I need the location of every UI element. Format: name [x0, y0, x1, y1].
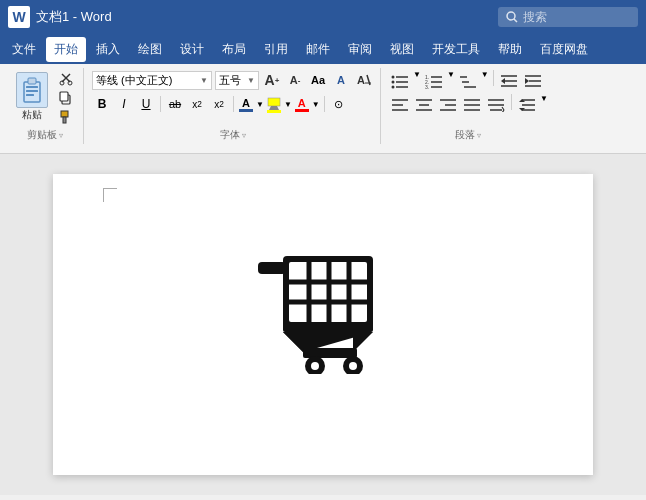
para-row-2: ▼: [389, 94, 548, 116]
svg-point-79: [311, 362, 319, 370]
text-color-bar: [295, 109, 309, 112]
strikethrough-button[interactable]: ab: [165, 94, 185, 114]
font-row-1: 等线 (中文正文) ▼ 五号 ▼ A+ A- Aa A A: [92, 70, 374, 90]
cut-button[interactable]: [55, 70, 77, 88]
svg-rect-65: [258, 262, 286, 274]
multilevel-list-arrow[interactable]: ▼: [481, 70, 489, 92]
app-title: 文档1 - Word: [36, 8, 112, 26]
menu-item-insert[interactable]: 插入: [88, 37, 128, 62]
svg-marker-38: [501, 78, 505, 84]
menu-item-design[interactable]: 设计: [172, 37, 212, 62]
change-case-button[interactable]: Aa: [308, 70, 328, 90]
search-box[interactable]: [498, 7, 638, 27]
subscript-button[interactable]: x2: [187, 94, 207, 114]
menu-item-baidu[interactable]: 百度网盘: [532, 37, 596, 62]
shrink-font-button[interactable]: A-: [285, 70, 305, 90]
menu-bar: 文件 开始 插入 绘图 设计 布局 引用 邮件 审阅 视图 开发工具 帮助 百度…: [0, 34, 646, 64]
search-input[interactable]: [523, 10, 623, 24]
search-icon: [506, 11, 518, 23]
svg-text:3.: 3.: [425, 84, 429, 90]
paste-icon: [16, 72, 48, 108]
paragraph-content: ▼ 1. 2. 3. ▼: [389, 70, 548, 126]
svg-marker-42: [525, 78, 529, 84]
paragraph-label: 段落 ▿: [389, 128, 548, 142]
ordered-list-button[interactable]: 1. 2. 3.: [423, 70, 445, 92]
shopping-cart-image: [253, 244, 393, 374]
menu-item-references[interactable]: 引用: [256, 37, 296, 62]
separator-3: [324, 96, 325, 112]
bold-button[interactable]: B: [92, 94, 112, 114]
document-page[interactable]: [53, 174, 593, 475]
grow-font-button[interactable]: A+: [262, 70, 282, 90]
svg-rect-14: [63, 117, 66, 123]
text-effects-button[interactable]: A: [331, 70, 351, 90]
menu-item-developer[interactable]: 开发工具: [424, 37, 488, 62]
menu-item-mailings[interactable]: 邮件: [298, 37, 338, 62]
paste-label: 粘贴: [22, 108, 42, 122]
align-right-button[interactable]: [437, 94, 459, 116]
highlight-color-arrow[interactable]: ▼: [284, 100, 292, 109]
highlight-icon: [267, 96, 281, 110]
format-painter-button[interactable]: [55, 108, 77, 126]
justify-icon: [463, 98, 481, 112]
justify-button[interactable]: [461, 94, 483, 116]
decrease-indent-button[interactable]: [498, 70, 520, 92]
highlight-color-button[interactable]: [266, 95, 282, 114]
svg-rect-73: [283, 322, 373, 332]
page-corner: [103, 188, 117, 202]
highlight-bar: [267, 110, 281, 113]
unordered-list-arrow[interactable]: ▼: [413, 70, 421, 92]
clear-format-button[interactable]: A: [354, 70, 374, 90]
separator-4: [493, 70, 494, 86]
svg-marker-75: [283, 332, 303, 352]
underline-button[interactable]: U: [136, 94, 156, 114]
distributed-button[interactable]: [485, 94, 507, 116]
multilevel-list-button[interactable]: [457, 70, 479, 92]
word-icon: W: [8, 6, 30, 28]
increase-indent-button[interactable]: [522, 70, 544, 92]
special-char-button[interactable]: ⊙: [329, 94, 349, 114]
line-spacing-arrow[interactable]: ▼: [540, 94, 548, 116]
font-size-arrow: ▼: [247, 76, 255, 85]
font-expand-arrow[interactable]: ▿: [242, 131, 246, 140]
font-color-a: A: [242, 97, 250, 109]
line-spacing-button[interactable]: [516, 94, 538, 116]
menu-item-file[interactable]: 文件: [4, 37, 44, 62]
align-center-button[interactable]: [413, 94, 435, 116]
menu-item-view[interactable]: 视图: [382, 37, 422, 62]
text-color-arrow[interactable]: ▼: [312, 100, 320, 109]
italic-button[interactable]: I: [114, 94, 134, 114]
font-color-button[interactable]: A: [238, 96, 254, 113]
menu-item-help[interactable]: 帮助: [490, 37, 530, 62]
ribbon-groups: 粘贴: [6, 68, 640, 144]
distributed-icon: [487, 98, 505, 112]
separator-2: [233, 96, 234, 112]
paste-button[interactable]: 粘贴: [12, 70, 52, 124]
svg-line-58: [502, 107, 504, 110]
align-left-button[interactable]: [389, 94, 411, 116]
copy-button[interactable]: [55, 89, 77, 107]
separator-1: [160, 96, 161, 112]
svg-rect-12: [60, 92, 68, 101]
unordered-list-button[interactable]: [389, 70, 411, 92]
clipboard-label: 剪贴板 ▿: [12, 128, 77, 142]
paragraph-group: ▼ 1. 2. 3. ▼: [383, 68, 554, 144]
cart-image-container: [103, 244, 543, 374]
menu-item-draw[interactable]: 绘图: [130, 37, 170, 62]
clipboard-expand-arrow[interactable]: ▿: [59, 131, 63, 140]
menu-item-layout[interactable]: 布局: [214, 37, 254, 62]
font-size-select[interactable]: 五号 ▼: [215, 71, 259, 90]
align-center-icon: [415, 98, 433, 112]
text-color-button[interactable]: A: [294, 96, 310, 113]
align-right-icon: [439, 98, 457, 112]
superscript-button[interactable]: x2: [209, 94, 229, 114]
svg-rect-4: [26, 86, 38, 88]
font-color-arrow[interactable]: ▼: [256, 100, 264, 109]
menu-item-review[interactable]: 审阅: [340, 37, 380, 62]
ordered-list-arrow[interactable]: ▼: [447, 70, 455, 92]
menu-item-home[interactable]: 开始: [46, 37, 86, 62]
font-family-select[interactable]: 等线 (中文正文) ▼: [92, 71, 212, 90]
svg-text:A: A: [357, 74, 365, 86]
clear-format-icon: A: [357, 73, 371, 87]
paragraph-expand-arrow[interactable]: ▿: [477, 131, 481, 140]
